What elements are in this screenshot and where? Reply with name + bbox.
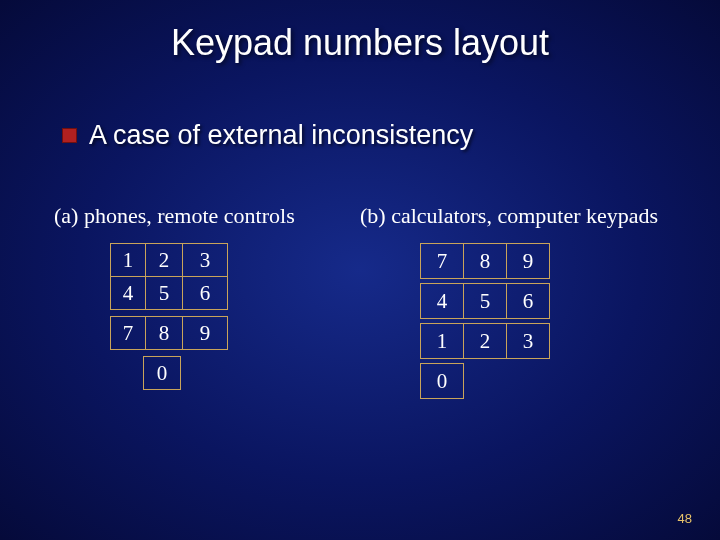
caption-b: (b) calculators, computer keypads [360,203,658,229]
key-a-0: 0 [143,356,181,390]
key-b-5: 5 [463,283,507,319]
page-title: Keypad numbers layout [0,0,720,64]
key-b-3: 3 [506,323,550,359]
key-a-6: 6 [182,276,228,310]
key-a-1: 1 [110,243,146,277]
key-b-6: 6 [506,283,550,319]
key-b-2: 2 [463,323,507,359]
key-b-0: 0 [420,363,464,399]
bullet-text: A case of external inconsistency [89,120,473,151]
key-a-2: 2 [145,243,183,277]
key-b-8: 8 [463,243,507,279]
key-b-7: 7 [420,243,464,279]
key-a-9: 9 [182,316,228,350]
key-a-8: 8 [145,316,183,350]
keypad-b: 7 8 9 4 5 6 1 2 3 0 [420,243,550,399]
keypads-area: 1 2 3 4 5 6 7 8 9 0 7 8 9 4 5 6 1 [0,229,720,429]
slide-number: 48 [678,511,692,526]
key-a-5: 5 [145,276,183,310]
bullet-row: A case of external inconsistency [62,120,720,151]
key-b-1: 1 [420,323,464,359]
key-a-7: 7 [110,316,146,350]
caption-a: (a) phones, remote controls [54,203,354,229]
key-a-4: 4 [110,276,146,310]
key-b-4: 4 [420,283,464,319]
key-a-3: 3 [182,243,228,277]
key-b-9: 9 [506,243,550,279]
keypad-captions: (a) phones, remote controls (b) calculat… [0,203,720,229]
keypad-a: 1 2 3 4 5 6 7 8 9 0 [110,243,228,390]
square-bullet-icon [62,128,77,143]
